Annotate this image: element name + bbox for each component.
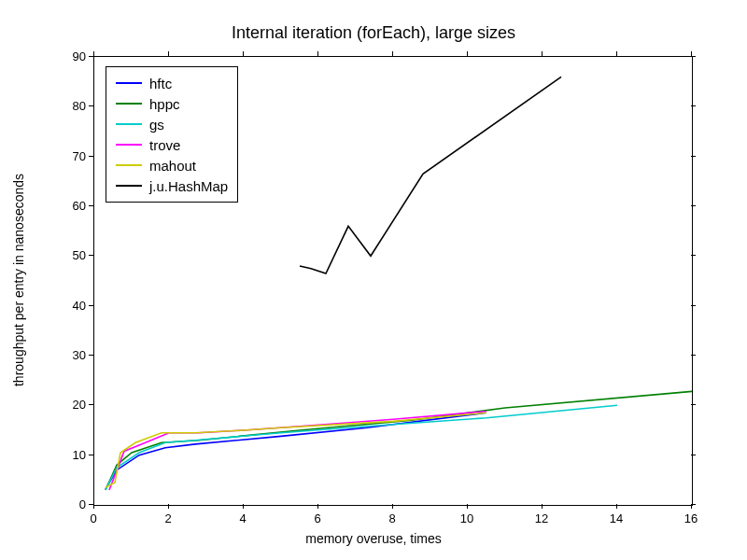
legend-item: hppc: [116, 93, 228, 114]
legend-item: gs: [116, 114, 228, 134]
series-line-trove: [109, 412, 486, 490]
legend-swatch: [116, 185, 142, 187]
legend-item: hftc: [116, 73, 228, 93]
legend-label: hppc: [149, 96, 180, 112]
x-tick-label: 10: [460, 511, 473, 525]
x-tick-label: 14: [610, 511, 623, 525]
y-tick-label: 80: [58, 99, 86, 113]
legend-label: j.u.HashMap: [149, 178, 228, 194]
y-tick-label: 60: [58, 199, 86, 213]
legend-swatch: [116, 82, 142, 84]
legend-label: hftc: [149, 76, 172, 91]
chart-title: Internal iteration (forEach), large size…: [0, 23, 747, 43]
x-tick-label: 2: [164, 511, 171, 525]
x-tick-label: 6: [314, 511, 320, 525]
legend-label: mahout: [149, 158, 196, 174]
legend-label: gs: [149, 117, 164, 133]
y-tick-label: 90: [58, 49, 86, 63]
legend-swatch: [116, 103, 142, 105]
chart-container: Internal iteration (forEach), large size…: [0, 0, 747, 560]
legend: hftchppcgstrovemahoutj.u.HashMap: [106, 66, 238, 203]
legend-label: trove: [149, 137, 180, 153]
legend-item: mahout: [116, 155, 228, 175]
legend-swatch: [116, 123, 142, 125]
y-tick-label: 40: [58, 298, 86, 312]
y-tick-label: 30: [58, 348, 86, 362]
y-axis-label: throughput per entry in nanoseconds: [11, 174, 26, 386]
legend-swatch: [116, 144, 142, 146]
legend-swatch: [116, 164, 142, 166]
x-tick-label: 16: [684, 511, 698, 525]
series-line-juhashmap: [300, 77, 561, 273]
legend-item: trove: [116, 134, 228, 155]
y-tick-label: 0: [58, 497, 86, 511]
series-line-gs: [106, 405, 617, 490]
series-line-hftc: [106, 413, 486, 489]
legend-item: j.u.HashMap: [116, 175, 228, 196]
y-tick-label: 10: [58, 447, 86, 461]
series-line-mahout: [106, 413, 486, 487]
x-tick-label: 12: [535, 511, 548, 525]
x-tick-label: 8: [388, 511, 395, 525]
y-tick-label: 50: [58, 248, 86, 262]
plot-area: hftchppcgstrovemahoutj.u.HashMap: [93, 56, 693, 506]
x-axis-label: memory overuse, times: [0, 531, 747, 546]
y-tick-label: 20: [58, 398, 86, 412]
x-tick-label: 0: [90, 511, 96, 525]
y-tick-label: 70: [58, 148, 86, 162]
x-tick-label: 4: [239, 511, 246, 525]
